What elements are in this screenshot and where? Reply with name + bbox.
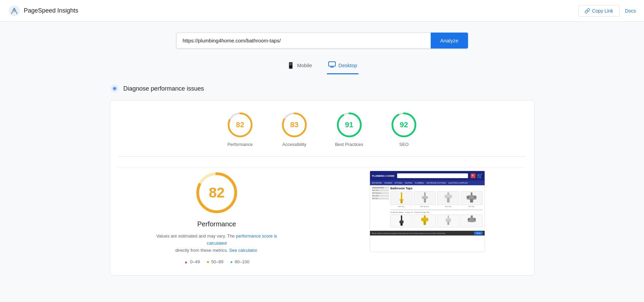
mock-product-img-1	[390, 191, 412, 205]
best-practices-score: 91	[345, 120, 353, 129]
detail-right: PLUMBING 4 HOME 🔍 🛒 BATHROOM SHOWER KITC…	[329, 168, 526, 264]
seo-circle: 92	[390, 111, 417, 138]
mock-columns-label: Columns: 4 ▾	[405, 211, 413, 213]
tab-mobile[interactable]: 📱 Mobile	[286, 58, 313, 74]
mock-product-img-2	[414, 191, 436, 205]
main-content: Analyze 📱 Mobile Desktop Diagnose pe	[102, 22, 543, 286]
header-logo-area: PageSpeed Insights	[8, 5, 78, 17]
mock-product-r2-img-1	[390, 214, 412, 227]
mock-products-grid: Bidet Taps Bidet Sprayers	[390, 191, 483, 207]
mock-product-r2-img-2	[414, 214, 436, 227]
mock-nav-4: HEATING	[405, 182, 412, 184]
big-performance-label: Performance	[197, 220, 236, 228]
url-input[interactable]	[176, 33, 431, 49]
performance-circle: 82	[227, 111, 254, 138]
mock-products-row2-grid	[390, 214, 483, 228]
mock-product-label-2: Bidet Sprayers	[414, 206, 436, 207]
svg-rect-32	[447, 222, 449, 225]
mock-accept-btn: Close	[474, 231, 483, 235]
section-header: Diagnose performance issues	[110, 84, 534, 93]
score-card: 82 Performance 83 Accessibility	[110, 100, 534, 276]
mock-search-icon: 🔍	[471, 173, 475, 178]
legend-green-range: 90–100	[235, 259, 249, 264]
tab-desktop-label: Desktop	[338, 62, 357, 68]
metrics-note-text: Values are estimated and may vary. The	[156, 233, 236, 239]
svg-rect-30	[424, 221, 426, 225]
calculator-link[interactable]: See calculator.	[229, 248, 258, 253]
svg-rect-22	[447, 198, 450, 203]
pagespeed-logo-icon	[8, 5, 20, 17]
mock-product-label-4: Bath Taps	[461, 206, 483, 207]
mock-cookie-text: We use cookies to enhance your experienc…	[372, 232, 473, 234]
svg-rect-2	[329, 62, 335, 66]
score-item-accessibility[interactable]: 83 Accessibility	[281, 111, 308, 147]
app-header: PageSpeed Insights Copy Link Docs	[0, 0, 644, 22]
mock-nav-5: PLUMBING	[415, 182, 424, 184]
seo-score: 92	[400, 120, 408, 129]
mock-product-r2-2	[414, 214, 436, 228]
mock-product-img-4	[461, 191, 483, 205]
orange-square-icon: ■	[207, 260, 209, 264]
section-title: Diagnose performance issues	[123, 85, 204, 92]
best-practices-circle: 91	[336, 111, 363, 138]
svg-point-5	[114, 88, 116, 90]
legend-orange-range: 50–89	[211, 259, 223, 264]
mock-sidebar-item-1: BATHROOM TAPS	[372, 187, 389, 189]
score-item-best-practices[interactable]: 91 Best Practices	[335, 111, 363, 147]
mock-divider	[390, 209, 483, 210]
mock-sort-row: Sort By: Best Selling ▾ Columns: 4 ▾ Pro…	[390, 211, 483, 213]
mock-sidebar: BATHROOM TAPS Basin Taps Bidet Sprayers …	[372, 187, 389, 228]
mock-sort-label: Sort By: Best Selling ▾	[390, 211, 404, 213]
svg-rect-28	[401, 223, 403, 226]
mock-content-area: Bathroom Taps Bidet Taps	[390, 187, 483, 228]
mock-sidebar-item-2: Basin Taps	[372, 189, 389, 191]
svg-rect-25	[467, 196, 469, 198]
diagnose-icon	[110, 84, 119, 93]
desktop-icon	[328, 61, 336, 69]
mock-product-r2-img-3	[437, 214, 459, 227]
mock-nav-3: KITCHEN	[395, 182, 402, 184]
tab-desktop[interactable]: Desktop	[327, 58, 358, 74]
mock-product-label-3: Basin Taps	[437, 206, 459, 207]
seo-label: SEO	[399, 142, 408, 147]
red-triangle-icon: ▲	[184, 260, 188, 264]
mock-product-img-3	[437, 191, 459, 205]
mock-product-r2-4	[461, 214, 483, 228]
mock-product-1: Bidet Taps	[390, 191, 412, 207]
mock-product-3: Basin Taps	[437, 191, 459, 207]
svg-rect-35	[474, 219, 475, 220]
legend-green: ● 90–100	[230, 259, 250, 264]
mock-product-label-1: Bidet Taps	[390, 206, 412, 207]
mock-logo: PLUMBING 4 HOME	[372, 175, 394, 177]
mock-header: PLUMBING 4 HOME 🔍 🛒	[370, 171, 485, 181]
mock-nav-6: BATHROOM & KITCHEN	[427, 182, 446, 184]
website-screenshot: PLUMBING 4 HOME 🔍 🛒 BATHROOM SHOWER KITC…	[370, 171, 485, 252]
mock-cart-icon: 🛒	[477, 173, 483, 178]
docs-link[interactable]: Docs	[625, 8, 636, 14]
mock-nav-7: ELECTRICAL SUPPLIES	[449, 182, 468, 184]
app-title: PageSpeed Insights	[24, 7, 78, 14]
analyze-button[interactable]: Analyze	[431, 33, 468, 49]
tab-mobile-label: Mobile	[297, 62, 312, 68]
mock-product-r2-img-4	[461, 214, 483, 227]
mock-sidebar-item-3: Bidet Sprayers	[372, 192, 389, 194]
mobile-icon: 📱	[287, 62, 294, 69]
mock-product-r2-1	[390, 214, 412, 228]
svg-rect-20	[424, 199, 426, 203]
mock-nav-2: SHOWER	[385, 182, 392, 184]
url-bar-container: Analyze	[176, 33, 468, 49]
best-practices-label: Best Practices	[335, 142, 363, 147]
score-item-seo[interactable]: 92 SEO	[390, 111, 417, 147]
svg-rect-18	[401, 201, 403, 203]
big-performance-circle: 82	[195, 171, 239, 215]
accessibility-label: Accessibility	[282, 142, 307, 147]
big-performance-score: 82	[209, 185, 225, 201]
accessibility-score: 83	[290, 120, 298, 129]
mock-sidebar-item-4: Basin Taps	[372, 195, 389, 197]
mock-products-row2: Sort By: Best Selling ▾ Columns: 4 ▾ Pro…	[390, 209, 483, 228]
link-icon	[585, 8, 590, 14]
score-item-performance[interactable]: 82 Performance	[227, 111, 254, 147]
url-bar-row: Analyze	[110, 33, 534, 49]
copy-link-button[interactable]: Copy Link	[578, 5, 620, 17]
screenshot-mock-content: PLUMBING 4 HOME 🔍 🛒 BATHROOM SHOWER KITC…	[370, 171, 485, 252]
